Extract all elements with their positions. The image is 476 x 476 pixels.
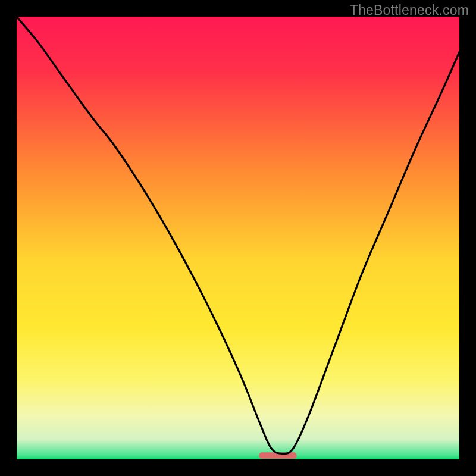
gradient-background xyxy=(17,17,459,459)
bottleneck-chart xyxy=(17,17,459,459)
chart-frame xyxy=(17,17,459,459)
watermark-text: TheBottleneck.com xyxy=(350,2,469,18)
